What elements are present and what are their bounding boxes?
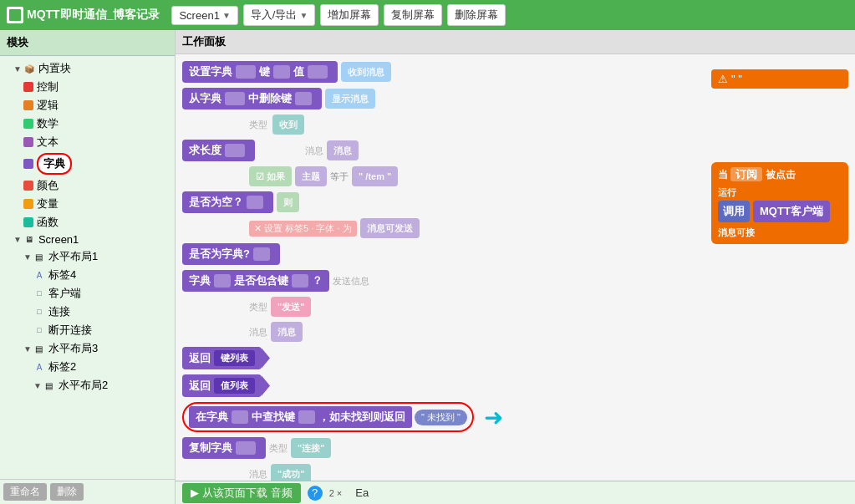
import-export-btn[interactable]: 导入/导出 ▼ [243,4,316,26]
type-label: 类型 [249,119,267,131]
keys-arrow [262,349,270,369]
values-list-block[interactable]: 返回 值列表 [182,374,262,397]
faded-overlay-1: 收到消息 [341,62,391,82]
sidebar-item-text[interactable]: 文本 [0,133,175,151]
set-dict-block[interactable]: 设置字典 键 值 [182,61,338,83]
sidebar-hlayout1-label: 水平布局1 [48,249,98,264]
key-label: 键 [259,64,270,79]
sidebar-screen1-label: Screen1 [38,233,79,246]
add-screen-btn[interactable]: 增加屏幕 [320,4,379,26]
length-block[interactable]: 求长度 [182,140,255,161]
set-label5-block: ✕ 设置 标签5 · 字体 · 为 [249,221,357,237]
contains-key-block[interactable]: 字典 是否包含键 ？ [182,270,329,292]
sidebar-bottom: 重命名 删除 [0,479,175,504]
disconnect-icon: □ [33,324,45,336]
faded-then: 则 [277,192,299,212]
hlayout1-collapse[interactable]: ▼ [23,252,32,262]
msg-block: 消息 [327,140,359,160]
hlayout2-collapse[interactable]: ▼ [33,381,42,390]
run-label: 运行 [718,187,736,197]
block-row-set-dict: 设置字典 键 值 收到消息 [182,61,698,83]
copy-dict-block[interactable]: 复制字典 [182,437,266,459]
sidebar-item-label2[interactable]: A 标签2 [0,358,175,376]
sidebar-label4-label: 标签4 [48,267,76,283]
sidebar-item-logic[interactable]: 逻辑 [0,96,175,115]
faded-row-type: 类型 收到 [182,115,698,135]
faded-row-ifblock: ☑ 如果 主题 等于 " /tem " [182,166,698,186]
sidebar-item-color[interactable]: 颜色 [0,176,175,195]
sidebar-item-variable[interactable]: 变量 [0,195,175,213]
sidebar-item-hlayout3[interactable]: ▼ ▤ 水平布局3 [0,339,175,358]
copy-screen-btn[interactable]: 复制屏幕 [384,4,442,26]
dict-label: 字典 [189,273,211,288]
sidebar-math-label: 数学 [37,116,59,131]
sidebar-item-label4[interactable]: A 标签4 [0,266,175,284]
sidebar-item-label: 内置块 [38,61,71,76]
subscribe-label: 当 订阅 被点击 [718,167,842,182]
return-label: 返回 [189,351,211,366]
keys-list-block[interactable]: 返回 键列表 [182,347,262,369]
sidebar-hlayout3-label: 水平布局3 [48,341,98,356]
delete-key-block[interactable]: 从字典 中删除键 [182,88,322,109]
download-audio-btn[interactable]: ▶ 从该页面下载 音频 [182,483,301,503]
main-layout: 模块 ▼ 📦 内置块 控制 逻辑 数学 文本 [0,30,855,504]
hlayout3-collapse[interactable]: ▼ [23,344,32,354]
sidebar-color-label: 颜色 [37,178,59,193]
logic-color-box [23,100,33,110]
call-row: 调用 MQTT客户端 [718,201,842,222]
find-key-block[interactable]: 在字典 中查找键 ，如未找到则返回 [189,406,412,428]
connect-block2: "连接" [291,438,331,458]
rename-btn[interactable]: 重命名 [3,483,47,501]
subscribe-block[interactable]: 当 订阅 被点击 运行 调用 MQTT客户端 [711,162,848,244]
multiplier-label: 2 × [329,488,343,498]
then-block: 则 [277,192,299,212]
faded-set-label5: ✕ 设置 标签5 · 字体 · 为 消息可发送 [182,218,698,238]
block-row-find-key: 在字典 中查找键 ，如未找到则返回 " 未找到 " ➜ [182,402,698,432]
is-dict-block[interactable]: 是否为字典? [182,243,280,265]
help-btn[interactable]: ? [308,486,323,501]
block-area[interactable]: 设置字典 键 值 收到消息 从字典 [176,54,705,481]
sidebar-function-label: 函数 [37,215,59,230]
sidebar-item-control[interactable]: 控制 [0,78,175,96]
sidebar-item-client[interactable]: □ 客户端 [0,284,175,303]
screen1-collapse[interactable]: ▼ [13,235,22,244]
topbar: MQTT即时通信_博客记录 Screen1 ▼ 导入/导出 ▼ 增加屏幕 复制屏… [0,0,855,30]
sidebar-item-disconnect[interactable]: □ 断开连接 [0,321,175,339]
right-panel: ⚠ " " 当 订阅 被点击 运行 [705,54,855,481]
sidebar-item-dict[interactable]: 字典 [0,151,175,176]
sidebar-label2-label: 标签2 [48,359,76,374]
sidebar-item-screen1[interactable]: ▼ 🖥 Screen1 [0,232,175,247]
warn-block: ⚠ " " [711,69,848,89]
sidebar-tree: ▼ 📦 内置块 控制 逻辑 数学 文本 字 [0,56,175,479]
sidebar-header: 模块 [0,30,175,56]
faded-success: 消息 "成功" [182,464,698,481]
sidebar-item-hlayout1[interactable]: ▼ ▤ 水平布局1 [0,247,175,266]
ea-label: Ea [355,486,369,499]
faded-overlay-2: 显示消息 [325,89,375,109]
sidebar-item-builtin[interactable]: ▼ 📦 内置块 [0,59,175,78]
hlayout1-icon: ▤ [33,251,45,262]
sidebar-logic-label: 逻辑 [37,98,59,113]
topic-block: 收到消息 [341,62,391,82]
workbench-content: 设置字典 键 值 收到消息 从字典 [176,54,855,481]
workbench: 工作面板 设置字典 键 值 收到消息 [176,30,855,504]
is-dict-label: 是否为字典? [189,247,250,262]
faded-msg-msg: 消息 消息 [182,322,698,342]
hlayout3-icon: ▤ [33,343,45,354]
sidebar-item-function[interactable]: 函数 [0,213,175,232]
run-row: 运行 [718,186,842,199]
is-empty-block[interactable]: 是否为空？ [182,191,273,213]
collapse-icon[interactable]: ▼ [13,64,22,74]
sidebar-item-math[interactable]: 数学 [0,115,175,133]
screen-selector[interactable]: Screen1 ▼ [171,6,237,25]
color-color-box [23,181,33,191]
block-row-values-list: 返回 值列表 [182,374,698,397]
not-found-prefix: ，如未找到则返回 [318,410,405,425]
subscribe-section: 当 订阅 被点击 运行 调用 MQTT客户端 [711,162,848,244]
sidebar-item-connect[interactable]: □ 连接 [0,303,175,321]
keys-inner: 键列表 [214,350,255,366]
delete-screen-btn[interactable]: 删除屏幕 [447,4,506,26]
delete-btn[interactable]: 删除 [50,483,84,501]
client-icon: □ [33,288,45,299]
sidebar-item-hlayout2[interactable]: ▼ ▤ 水平布局2 [0,376,175,395]
